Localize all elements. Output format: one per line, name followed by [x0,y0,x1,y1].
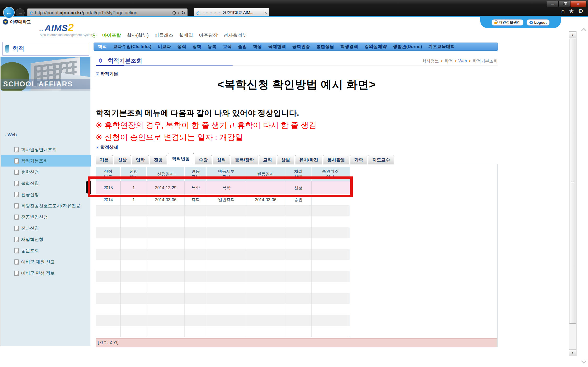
sidebar-item-alumni[interactable]: 동문조회 [1,245,91,256]
page-scrollbar[interactable] [580,17,588,367]
sidebar-item-reserve-info[interactable]: 예비군 편성 정보 [1,268,91,279]
tools-gear-icon[interactable]: ⚙ [578,8,583,15]
tab-personal[interactable]: 신상 [114,155,131,164]
menu-gyojik[interactable]: 교직 [220,44,235,50]
nav-haksa[interactable]: 학사(학부) [127,32,149,38]
sidebar-title: 학적 [12,45,24,53]
menu-graduation[interactable]: 졸업 [235,44,250,50]
sidebar-item-transfer[interactable]: 전과신청 [1,223,91,234]
empty-grid-row [96,238,350,249]
sidebar-item-major-apply[interactable]: 전공신청 [1,189,91,200]
sidebar-item-major-change[interactable]: 전공변경신청 [1,211,91,223]
logout-button[interactable]: Logout [527,19,549,26]
tab-major[interactable]: 전공 [150,155,167,164]
sidebar-section-web[interactable]: ›Web [4,132,17,138]
home-icon[interactable]: ⌂ [561,8,564,15]
menu-counseling[interactable]: 통합상담 [313,44,337,50]
aims-logo[interactable]: .. AIMS2 [39,22,74,33]
back-button[interactable]: ← [3,7,15,18]
scroll-thumb[interactable] [569,39,576,324]
restore-button[interactable] [558,1,570,7]
empty-grid-cell [207,304,246,315]
menu-basic-education[interactable]: 기초교육대학 [425,44,458,50]
document-icon [14,259,19,264]
menu-grades[interactable]: 성적 [174,44,189,50]
privacy-button[interactable]: 개인정보관리 [492,19,523,26]
sidebar-item-leave-apply[interactable]: 휴학신청 [1,167,91,178]
scroll-down-button[interactable]: ▼ [569,349,576,356]
tab-volunteer[interactable]: 봉사활동 [323,155,349,164]
tab-family[interactable]: 가족 [350,155,367,164]
nav-webmail[interactable]: 웹메일 [179,32,193,38]
document-icon [14,158,19,163]
sidebar-item-calendar[interactable]: 학사일정안내조회 [1,144,91,155]
content-scrollbar[interactable]: ▲ ▼ [569,31,577,356]
tab-grades[interactable]: 성적 [213,155,230,164]
empty-grid-row [96,326,350,337]
empty-grid-row [96,260,350,271]
tab-dispatch[interactable]: 유치/파견 [295,155,322,164]
empty-grid-cell [285,227,312,238]
browser-titlebar: — ✕ ← → e http://portal.ajou.ac.kr/porta… [0,0,588,16]
empty-grid-cell [121,260,147,271]
minimize-button[interactable]: — [547,1,558,7]
aims-logo-subtitle: Ajou Information Management System [40,33,93,37]
favorites-star-icon[interactable]: ★ [569,8,574,15]
tab-admission[interactable]: 입학 [132,155,149,164]
empty-grid-cell [312,249,349,260]
menu-hakjeok[interactable]: 학적 [95,44,110,50]
page-title: 학적기본조회 [108,57,142,65]
empty-grid-row [96,293,350,304]
ie-page-icon: e [30,9,33,16]
menu-room-reservation[interactable]: 강의실예약 [361,44,390,50]
sidebar-item-major-preference[interactable]: 희망전공선호도조사(자유전공 [1,200,91,211]
search-icon[interactable] [172,11,176,15]
menu-engineering-cert[interactable]: 공학인증 [289,44,313,50]
nav-eclass[interactable]: 이클래스 [154,32,173,38]
menu-dorm[interactable]: 생활관(Dorm.) [390,44,425,50]
tab-rewards[interactable]: 상벌 [277,155,294,164]
sidebar-item-return-apply[interactable]: 복학신청 [1,178,91,189]
menu-career[interactable]: 학생경력 [337,44,361,50]
empty-grid-cell [312,293,349,304]
sidebar-item-record-inquiry[interactable]: 학적기본조회 [1,155,91,167]
empty-grid-cell [185,315,207,326]
section-label-detail: ▶ 학적상세 [96,144,118,150]
empty-grid-cell [96,304,121,315]
tab-enrollment[interactable]: 수강 [195,155,212,164]
menu-student[interactable]: 학생 [250,44,265,50]
menu-bigyogwa[interactable]: 비교과 [154,44,174,50]
menu-registration[interactable]: 등록 [204,44,220,50]
aims-logo-number: 2 [68,22,74,33]
tab-advisor[interactable]: 지도교수 [368,155,394,164]
document-icon [14,181,19,186]
refresh-icon[interactable]: ↻ [181,10,185,16]
empty-grid-row [96,205,350,216]
empty-grid-cell [96,282,121,293]
close-button[interactable]: ✕ [570,1,586,7]
tab-gyojik[interactable]: 교직 [259,155,276,164]
tab-close-icon[interactable]: × [264,10,267,15]
chevron-down-icon[interactable] [581,358,586,364]
nav-attendance[interactable]: 전자출석부 [223,32,247,38]
scroll-up-button[interactable]: ▲ [569,32,576,38]
chevron-up-icon[interactable] [581,28,586,33]
nav-ajou-plaza[interactable]: 아주광장 [199,32,218,38]
search-caret-icon[interactable]: ▾ [178,11,179,14]
empty-grid-cell [285,282,312,293]
empty-grid-row [96,304,350,315]
sidebar-item-readmission[interactable]: 재입학신청 [1,234,91,245]
menu-courses[interactable]: 교과수업(Cls.Info.) [110,44,154,50]
document-icon [14,147,19,152]
menu-scholarship[interactable]: 장학 [189,44,204,50]
nav-myportal[interactable]: 마이포탈 [102,32,121,38]
title-underline [96,65,124,66]
sidebar-item-reserve-report[interactable]: 예비군 대원 신고 [1,256,91,268]
tab-basic[interactable]: 기본 [96,155,113,164]
empty-grid-cell [121,249,147,260]
empty-grid-cell [121,238,147,249]
empty-grid-cell [96,227,121,238]
tab-registration-scholarship[interactable]: 등록/장학 [231,155,258,164]
tab-record-change[interactable]: 학적변동 [168,153,194,164]
menu-international[interactable]: 국제협력 [265,44,289,50]
